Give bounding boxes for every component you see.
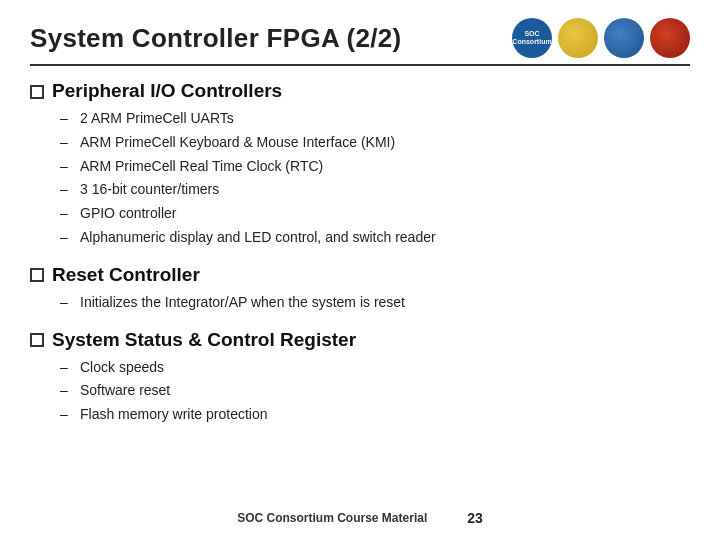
list-item: Alphanumeric display and LED control, an… bbox=[60, 226, 690, 250]
section-reset-controller: Reset Controller Initializes the Integra… bbox=[30, 264, 690, 315]
footer-course-label: SOC Consortium Course Material bbox=[237, 511, 427, 525]
logo-3 bbox=[604, 18, 644, 58]
peripheral-bullet-list: 2 ARM PrimeCell UARTs ARM PrimeCell Keyb… bbox=[30, 107, 690, 250]
logo-4 bbox=[650, 18, 690, 58]
list-item: Clock speeds bbox=[60, 356, 690, 380]
list-item: GPIO controller bbox=[60, 202, 690, 226]
checkbox-icon bbox=[30, 333, 44, 347]
list-item: ARM PrimeCell Keyboard & Mouse Interface… bbox=[60, 131, 690, 155]
footer-page-number: 23 bbox=[467, 510, 483, 526]
section-peripheral-io: Peripheral I/O Controllers 2 ARM PrimeCe… bbox=[30, 80, 690, 250]
footer: SOC Consortium Course Material 23 bbox=[0, 510, 720, 526]
list-item: Software reset bbox=[60, 379, 690, 403]
checkbox-icon bbox=[30, 268, 44, 282]
slide-title: System Controller FPGA (2/2) bbox=[30, 23, 402, 54]
list-item: Flash memory write protection bbox=[60, 403, 690, 427]
logo-group: SOCConsortium bbox=[512, 18, 690, 58]
list-item: ARM PrimeCell Real Time Clock (RTC) bbox=[60, 155, 690, 179]
soc-logo: SOCConsortium bbox=[512, 18, 552, 58]
checkbox-icon bbox=[30, 85, 44, 99]
status-bullet-list: Clock speeds Software reset Flash memory… bbox=[30, 356, 690, 427]
section-title-reset: Reset Controller bbox=[30, 264, 690, 286]
list-item: Initializes the Integrator/AP when the s… bbox=[60, 291, 690, 315]
logo-2 bbox=[558, 18, 598, 58]
section-system-status: System Status & Control Register Clock s… bbox=[30, 329, 690, 427]
slide: System Controller FPGA (2/2) SOCConsorti… bbox=[0, 0, 720, 540]
list-item: 2 ARM PrimeCell UARTs bbox=[60, 107, 690, 131]
section-title-status: System Status & Control Register bbox=[30, 329, 690, 351]
header: System Controller FPGA (2/2) SOCConsorti… bbox=[30, 18, 690, 58]
header-divider bbox=[30, 64, 690, 66]
list-item: 3 16-bit counter/timers bbox=[60, 178, 690, 202]
section-title-peripheral: Peripheral I/O Controllers bbox=[30, 80, 690, 102]
reset-bullet-list: Initializes the Integrator/AP when the s… bbox=[30, 291, 690, 315]
